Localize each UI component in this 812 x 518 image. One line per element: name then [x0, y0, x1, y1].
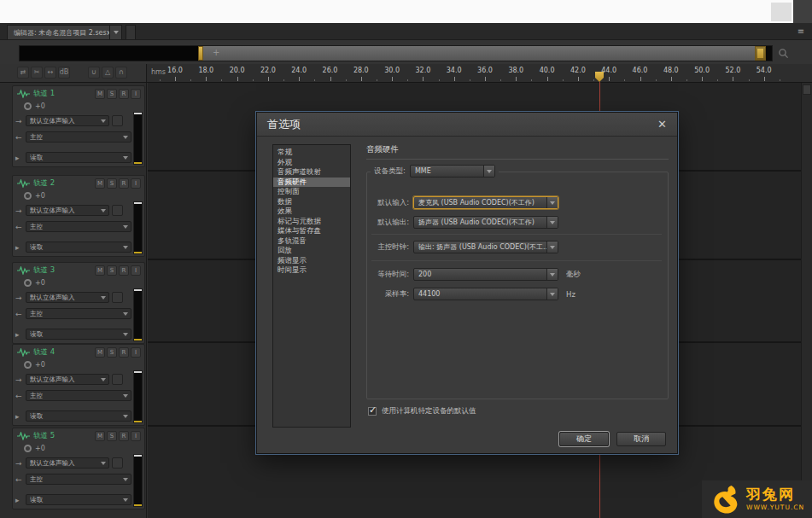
volume-knob[interactable]: [24, 361, 32, 369]
latency-select[interactable]: 200: [413, 268, 558, 281]
waveform-icon: [17, 266, 30, 275]
volume-value[interactable]: +0: [35, 279, 45, 287]
ruler-tick-label: 18.0: [198, 67, 213, 74]
mute-button[interactable]: M: [95, 347, 105, 358]
monitor-input-button[interactable]: I: [131, 431, 141, 441]
pref-category-7[interactable]: 标记与元数据: [273, 217, 350, 227]
pref-category-2[interactable]: 音频声道映射: [273, 167, 350, 178]
chevron-down-icon: [123, 394, 128, 398]
automation-mode-select[interactable]: 读取: [26, 410, 131, 422]
sample-rate-select[interactable]: 44100: [413, 288, 558, 300]
panel-menu-icon[interactable]: ≡: [794, 26, 808, 38]
pref-category-9[interactable]: 多轨混音: [273, 236, 350, 247]
volume-knob[interactable]: [24, 279, 32, 287]
volume-knob[interactable]: [24, 445, 32, 452]
volume-knob[interactable]: [24, 102, 32, 110]
input-select[interactable]: 默认立体声输入: [26, 374, 109, 385]
master-clock-select[interactable]: 输出: 扬声器 (USB Audio CODEC)(不工...: [413, 241, 558, 253]
editor-tab[interactable]: 编辑器: 未命名混音项目 2.sesx*: [7, 25, 120, 39]
pref-category-3[interactable]: 音频硬件: [273, 178, 350, 188]
monitor-input-button[interactable]: I: [131, 178, 141, 189]
input-select[interactable]: 默认立体声输入: [26, 457, 109, 469]
pref-category-0[interactable]: 常规: [273, 148, 350, 158]
output-select[interactable]: 主控: [26, 221, 131, 232]
automation-mode-select[interactable]: 读取: [26, 152, 131, 163]
mute-button[interactable]: M: [95, 89, 105, 99]
tab-dropdown-button[interactable]: [109, 25, 122, 39]
navigator-center-grip[interactable]: +: [213, 48, 219, 57]
monitor-input-button[interactable]: I: [131, 89, 141, 99]
mute-button[interactable]: M: [95, 265, 105, 276]
ruler-tick-label: 30.0: [384, 67, 400, 74]
track-name[interactable]: 轨道 5: [33, 431, 95, 441]
navigator-visible-range[interactable]: [203, 46, 755, 61]
default-output-select[interactable]: 扬声器 (USB Audio CODEC)(不工作): [413, 216, 558, 229]
input-select[interactable]: 默认立体声输入: [26, 115, 109, 126]
input-monitor-button[interactable]: [112, 374, 123, 385]
output-arrow-icon: ←: [15, 223, 23, 231]
volume-value[interactable]: +0: [35, 102, 45, 110]
input-monitor-button[interactable]: [112, 115, 123, 126]
volume-value[interactable]: +0: [35, 192, 45, 200]
solo-button[interactable]: S: [107, 347, 117, 358]
automation-mode-select[interactable]: 读取: [26, 494, 131, 505]
record-arm-button[interactable]: R: [119, 347, 129, 358]
track-name[interactable]: 轨道 1: [33, 89, 95, 99]
volume-value[interactable]: +0: [35, 361, 45, 369]
input-monitor-button[interactable]: [112, 292, 123, 303]
device-type-select[interactable]: MME: [410, 165, 495, 178]
pref-category-4[interactable]: 控制面: [273, 187, 350, 197]
close-icon[interactable]: ✕: [657, 113, 667, 137]
record-arm-button[interactable]: R: [119, 89, 129, 99]
output-select[interactable]: 主控: [26, 474, 131, 485]
navigator-right-handle[interactable]: [755, 46, 766, 61]
track-name[interactable]: 轨道 4: [33, 347, 95, 358]
input-select[interactable]: 默认立体声输入: [26, 292, 109, 303]
ok-button[interactable]: 确定: [559, 432, 609, 446]
solo-button[interactable]: S: [107, 265, 117, 276]
track-name[interactable]: 轨道 3: [33, 265, 95, 276]
output-select[interactable]: 主控: [26, 390, 131, 401]
timeline-ruler[interactable]: 16.018.020.022.024.026.028.030.032.034.0…: [0, 64, 812, 82]
record-arm-button[interactable]: R: [119, 265, 129, 276]
pref-category-10[interactable]: 回放: [273, 246, 350, 256]
record-arm-button[interactable]: R: [119, 431, 129, 441]
monitor-input-button[interactable]: I: [131, 347, 141, 358]
ruler-minor-tick: [717, 79, 718, 81]
solo-button[interactable]: S: [107, 178, 117, 189]
input-monitor-button[interactable]: [112, 457, 123, 469]
volume-knob[interactable]: [24, 192, 32, 200]
cancel-button[interactable]: 取消: [616, 432, 666, 446]
monitor-input-button[interactable]: I: [131, 265, 141, 276]
mute-button[interactable]: M: [95, 178, 105, 189]
zoom-navigator[interactable]: +: [19, 45, 773, 61]
zoom-tool-icon[interactable]: [778, 48, 789, 59]
solo-button[interactable]: S: [107, 89, 117, 99]
output-select[interactable]: 主控: [26, 131, 131, 143]
navigator-left-handle[interactable]: [198, 46, 203, 61]
scrollbar-up-button[interactable]: [803, 84, 811, 95]
pref-category-1[interactable]: 外观: [273, 158, 350, 168]
editor-tab-label: 编辑器: 未命名混音项目 2.sesx*: [14, 28, 114, 38]
record-arm-button[interactable]: R: [119, 178, 129, 189]
solo-button[interactable]: S: [107, 431, 117, 441]
vertical-scrollbar[interactable]: [801, 83, 812, 518]
pref-category-12[interactable]: 时间显示: [273, 265, 350, 276]
pref-category-11[interactable]: 频谱显示: [273, 256, 350, 266]
automation-mode-select[interactable]: 读取: [26, 329, 131, 340]
pref-category-6[interactable]: 效果: [273, 207, 350, 217]
input-select[interactable]: 默认立体声输入: [26, 205, 109, 216]
automation-mode-select[interactable]: 读取: [26, 242, 131, 253]
use-default-device-checkbox[interactable]: ✓ 使用计算机特定设备的默认值: [366, 406, 669, 416]
track-name[interactable]: 轨道 2: [33, 178, 95, 189]
output-select[interactable]: 主控: [26, 308, 131, 319]
tab-drag-grip[interactable]: [126, 25, 136, 39]
volume-value[interactable]: +0: [35, 445, 45, 452]
pref-category-5[interactable]: 数据: [273, 197, 350, 207]
dialog-title-bar[interactable]: 首选项 ✕: [257, 113, 677, 137]
mute-button[interactable]: M: [95, 431, 105, 441]
ruler-minor-tick: [563, 79, 564, 81]
input-monitor-button[interactable]: [112, 205, 123, 216]
default-input-select[interactable]: 麦克风 (USB Audio CODEC)(不工作): [413, 196, 558, 209]
pref-category-8[interactable]: 媒体与暂存盘: [273, 226, 350, 236]
